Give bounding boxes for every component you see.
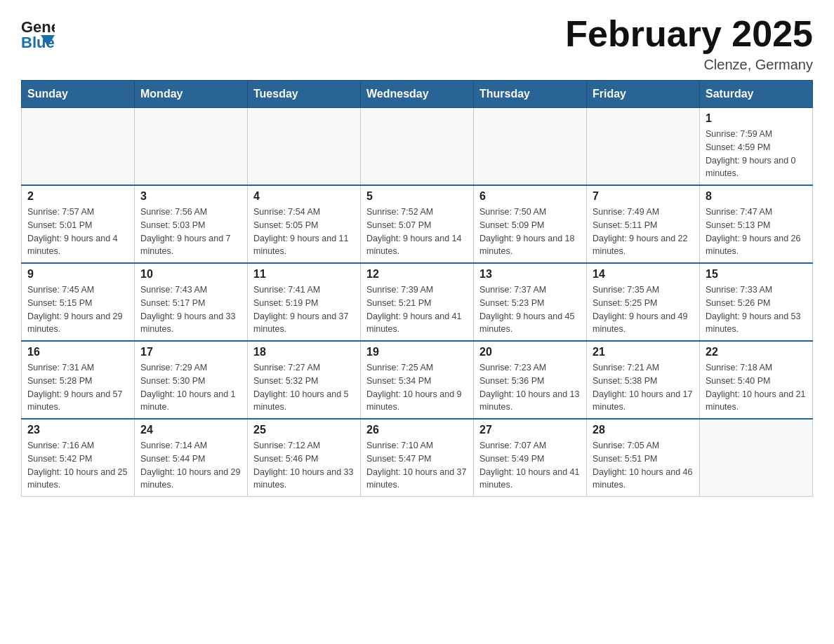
day-info: Sunrise: 7:12 AMSunset: 5:46 PMDaylight:… xyxy=(253,439,355,492)
calendar-cell: 19Sunrise: 7:25 AMSunset: 5:34 PMDayligh… xyxy=(361,341,474,419)
calendar-cell: 24Sunrise: 7:14 AMSunset: 5:44 PMDayligh… xyxy=(135,419,248,497)
day-number: 20 xyxy=(479,346,581,358)
calendar-cell: 18Sunrise: 7:27 AMSunset: 5:32 PMDayligh… xyxy=(248,341,361,419)
weekday-header-row: SundayMondayTuesdayWednesdayThursdayFrid… xyxy=(22,81,813,108)
weekday-header-saturday: Saturday xyxy=(700,81,813,108)
weekday-header-tuesday: Tuesday xyxy=(248,81,361,108)
calendar-cell xyxy=(135,108,248,186)
page-header: General Blue February 2025 Clenze, Germa… xyxy=(21,14,813,73)
calendar-cell: 14Sunrise: 7:35 AMSunset: 5:25 PMDayligh… xyxy=(587,263,700,341)
day-number: 15 xyxy=(706,268,807,281)
calendar-cell: 8Sunrise: 7:47 AMSunset: 5:13 PMDaylight… xyxy=(700,185,813,263)
calendar-cell xyxy=(700,419,813,497)
calendar-week-row: 16Sunrise: 7:31 AMSunset: 5:28 PMDayligh… xyxy=(22,341,813,419)
day-info: Sunrise: 7:49 AMSunset: 5:11 PMDaylight:… xyxy=(593,206,694,258)
calendar-week-row: 2Sunrise: 7:57 AMSunset: 5:01 PMDaylight… xyxy=(22,185,813,263)
day-info: Sunrise: 7:23 AMSunset: 5:36 PMDaylight:… xyxy=(479,361,581,414)
weekday-header-sunday: Sunday xyxy=(22,81,135,108)
calendar-cell: 16Sunrise: 7:31 AMSunset: 5:28 PMDayligh… xyxy=(22,341,135,419)
weekday-header-friday: Friday xyxy=(587,81,700,108)
title-block: February 2025 Clenze, Germany xyxy=(565,14,813,73)
day-number: 6 xyxy=(479,190,581,203)
day-info: Sunrise: 7:37 AMSunset: 5:23 PMDaylight:… xyxy=(479,283,581,336)
day-info: Sunrise: 7:45 AMSunset: 5:15 PMDaylight:… xyxy=(27,283,128,336)
calendar-cell: 26Sunrise: 7:10 AMSunset: 5:47 PMDayligh… xyxy=(361,419,474,497)
svg-text:Blue: Blue xyxy=(21,34,55,51)
calendar-cell: 4Sunrise: 7:54 AMSunset: 5:05 PMDaylight… xyxy=(248,185,361,263)
weekday-header-thursday: Thursday xyxy=(474,81,587,108)
day-info: Sunrise: 7:21 AMSunset: 5:38 PMDaylight:… xyxy=(593,361,694,414)
day-info: Sunrise: 7:47 AMSunset: 5:13 PMDaylight:… xyxy=(706,206,807,258)
calendar-cell: 7Sunrise: 7:49 AMSunset: 5:11 PMDaylight… xyxy=(587,185,700,263)
day-info: Sunrise: 7:14 AMSunset: 5:44 PMDaylight:… xyxy=(140,439,241,492)
day-info: Sunrise: 7:57 AMSunset: 5:01 PMDaylight:… xyxy=(27,206,128,258)
day-info: Sunrise: 7:27 AMSunset: 5:32 PMDaylight:… xyxy=(253,361,355,414)
day-info: Sunrise: 7:52 AMSunset: 5:07 PMDaylight:… xyxy=(366,206,468,258)
calendar-cell: 21Sunrise: 7:21 AMSunset: 5:38 PMDayligh… xyxy=(587,341,700,419)
day-number: 24 xyxy=(140,424,241,436)
day-info: Sunrise: 7:54 AMSunset: 5:05 PMDaylight:… xyxy=(253,206,355,258)
logo: General Blue xyxy=(21,14,56,51)
calendar-week-row: 9Sunrise: 7:45 AMSunset: 5:15 PMDaylight… xyxy=(22,263,813,341)
day-number: 28 xyxy=(593,424,694,436)
day-number: 3 xyxy=(140,190,241,203)
calendar-cell: 6Sunrise: 7:50 AMSunset: 5:09 PMDaylight… xyxy=(474,185,587,263)
calendar-table: SundayMondayTuesdayWednesdayThursdayFrid… xyxy=(21,80,813,497)
day-number: 13 xyxy=(479,268,581,281)
calendar-cell: 25Sunrise: 7:12 AMSunset: 5:46 PMDayligh… xyxy=(248,419,361,497)
weekday-header-wednesday: Wednesday xyxy=(361,81,474,108)
calendar-cell: 13Sunrise: 7:37 AMSunset: 5:23 PMDayligh… xyxy=(474,263,587,341)
day-number: 8 xyxy=(706,190,807,203)
calendar-subtitle: Clenze, Germany xyxy=(565,57,813,73)
calendar-week-row: 1Sunrise: 7:59 AMSunset: 4:59 PMDaylight… xyxy=(22,108,813,186)
day-number: 27 xyxy=(479,424,581,436)
calendar-cell: 22Sunrise: 7:18 AMSunset: 5:40 PMDayligh… xyxy=(700,341,813,419)
calendar-cell xyxy=(474,108,587,186)
calendar-cell xyxy=(248,108,361,186)
calendar-title: February 2025 xyxy=(565,14,813,54)
day-info: Sunrise: 7:33 AMSunset: 5:26 PMDaylight:… xyxy=(706,283,807,336)
day-number: 26 xyxy=(366,424,468,436)
day-info: Sunrise: 7:41 AMSunset: 5:19 PMDaylight:… xyxy=(253,283,355,336)
calendar-cell: 28Sunrise: 7:05 AMSunset: 5:51 PMDayligh… xyxy=(587,419,700,497)
calendar-cell: 23Sunrise: 7:16 AMSunset: 5:42 PMDayligh… xyxy=(22,419,135,497)
day-info: Sunrise: 7:25 AMSunset: 5:34 PMDaylight:… xyxy=(366,361,468,414)
calendar-cell xyxy=(587,108,700,186)
day-info: Sunrise: 7:59 AMSunset: 4:59 PMDaylight:… xyxy=(706,128,807,180)
calendar-cell: 10Sunrise: 7:43 AMSunset: 5:17 PMDayligh… xyxy=(135,263,248,341)
day-info: Sunrise: 7:50 AMSunset: 5:09 PMDaylight:… xyxy=(479,206,581,258)
day-info: Sunrise: 7:29 AMSunset: 5:30 PMDaylight:… xyxy=(140,361,241,414)
calendar-week-row: 23Sunrise: 7:16 AMSunset: 5:42 PMDayligh… xyxy=(22,419,813,497)
day-number: 9 xyxy=(27,268,128,281)
day-info: Sunrise: 7:31 AMSunset: 5:28 PMDaylight:… xyxy=(27,361,128,414)
day-info: Sunrise: 7:56 AMSunset: 5:03 PMDaylight:… xyxy=(140,206,241,258)
calendar-cell: 15Sunrise: 7:33 AMSunset: 5:26 PMDayligh… xyxy=(700,263,813,341)
day-number: 21 xyxy=(593,346,694,358)
day-number: 12 xyxy=(366,268,468,281)
day-info: Sunrise: 7:16 AMSunset: 5:42 PMDaylight:… xyxy=(27,439,128,492)
day-number: 18 xyxy=(253,346,355,358)
day-number: 1 xyxy=(706,112,807,125)
calendar-cell xyxy=(361,108,474,186)
day-info: Sunrise: 7:39 AMSunset: 5:21 PMDaylight:… xyxy=(366,283,468,336)
day-info: Sunrise: 7:43 AMSunset: 5:17 PMDaylight:… xyxy=(140,283,241,336)
day-number: 5 xyxy=(366,190,468,203)
day-number: 10 xyxy=(140,268,241,281)
day-number: 2 xyxy=(27,190,128,203)
calendar-cell: 27Sunrise: 7:07 AMSunset: 5:49 PMDayligh… xyxy=(474,419,587,497)
day-number: 22 xyxy=(706,346,807,358)
logo-icon: General Blue xyxy=(21,14,55,51)
calendar-cell: 12Sunrise: 7:39 AMSunset: 5:21 PMDayligh… xyxy=(361,263,474,341)
day-info: Sunrise: 7:05 AMSunset: 5:51 PMDaylight:… xyxy=(593,439,694,492)
day-number: 4 xyxy=(253,190,355,203)
day-info: Sunrise: 7:07 AMSunset: 5:49 PMDaylight:… xyxy=(479,439,581,492)
day-number: 14 xyxy=(593,268,694,281)
calendar-cell: 9Sunrise: 7:45 AMSunset: 5:15 PMDaylight… xyxy=(22,263,135,341)
calendar-cell: 2Sunrise: 7:57 AMSunset: 5:01 PMDaylight… xyxy=(22,185,135,263)
calendar-cell: 1Sunrise: 7:59 AMSunset: 4:59 PMDaylight… xyxy=(700,108,813,186)
calendar-cell: 17Sunrise: 7:29 AMSunset: 5:30 PMDayligh… xyxy=(135,341,248,419)
calendar-cell: 11Sunrise: 7:41 AMSunset: 5:19 PMDayligh… xyxy=(248,263,361,341)
day-number: 7 xyxy=(593,190,694,203)
day-info: Sunrise: 7:35 AMSunset: 5:25 PMDaylight:… xyxy=(593,283,694,336)
calendar-cell: 5Sunrise: 7:52 AMSunset: 5:07 PMDaylight… xyxy=(361,185,474,263)
